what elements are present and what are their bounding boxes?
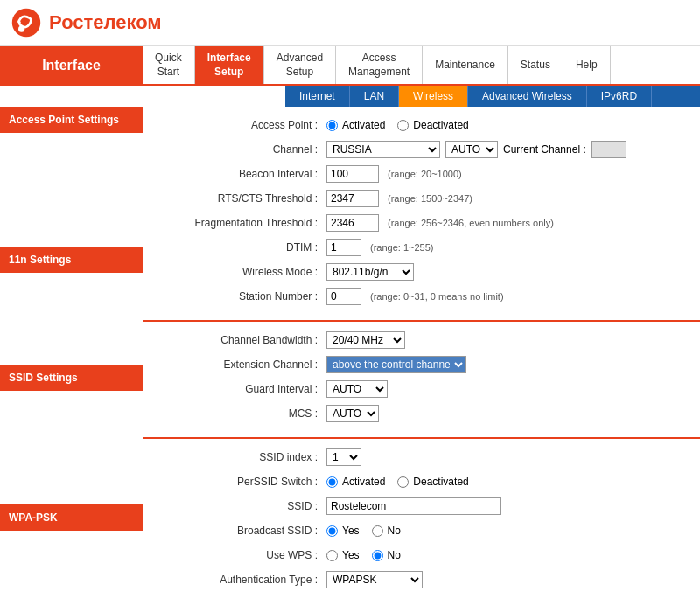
frag-input[interactable]	[326, 214, 379, 232]
deactivated-radio-label[interactable]: Deactivated	[397, 119, 468, 131]
rts-label: RTS/CTS Threshold :	[169, 192, 326, 205]
wireless-mode-select[interactable]: 802.11b/g/n	[326, 263, 414, 281]
current-channel-label: Current Channel :	[503, 143, 586, 156]
broadcast-no-radio[interactable]	[372, 525, 383, 537]
ext-channel-select[interactable]: above the control channel	[326, 356, 466, 373]
dtim-input[interactable]	[326, 239, 361, 256]
frag-hint: (range: 256~2346, even numbers only)	[388, 218, 554, 228]
broadcast-no-label[interactable]: No	[372, 525, 401, 537]
broadcast-ssid-row: Broadcast SSID : Yes No	[169, 521, 700, 540]
rts-control: (range: 1500~2347)	[326, 190, 472, 207]
ssid-index-label: SSID index :	[169, 451, 326, 463]
beacon-input[interactable]	[326, 165, 379, 183]
mcs-select[interactable]: AUTO	[326, 405, 379, 422]
perssid-label: PerSSID Switch :	[169, 476, 326, 488]
use-wps-row: Use WPS : Yes No	[169, 546, 700, 565]
ssid-section: SSID index : 1 PerSSID Switch : Activate…	[143, 439, 700, 598]
deactivated-radio[interactable]	[397, 120, 409, 131]
rts-row: RTS/CTS Threshold : (range: 1500~2347)	[169, 189, 700, 208]
ssid-control	[326, 497, 501, 515]
channel-bw-label: Channel Bandwidth :	[169, 334, 326, 346]
activated-radio[interactable]	[326, 120, 338, 131]
auth-type-select[interactable]: WPAPSK	[326, 571, 423, 588]
channel-bw-row: Channel Bandwidth : 20/40 MHz	[169, 330, 700, 350]
logo-text: Ростелеком	[49, 11, 162, 34]
nav-interface-setup[interactable]: InterfaceSetup	[195, 46, 264, 84]
svg-point-0	[12, 9, 40, 37]
access-point-section: Access Point : Activated Deactivated Cha…	[143, 107, 700, 320]
perssid-deactivated-radio[interactable]	[397, 476, 409, 488]
sub-nav-ipv6rd[interactable]: IPv6RD	[587, 86, 652, 107]
mcs-row: MCS : AUTO	[169, 404, 700, 423]
ext-channel-control: above the control channel	[326, 356, 466, 373]
frag-row: Fragmentation Threshold : (range: 256~23…	[169, 213, 700, 233]
beacon-row: Beacon Interval : (range: 20~1000)	[169, 164, 700, 184]
station-number-input[interactable]	[326, 288, 361, 305]
rts-input[interactable]	[326, 190, 379, 207]
use-wps-control: Yes No	[326, 549, 408, 561]
beacon-control: (range: 20~1000)	[326, 165, 462, 183]
main-content: Access Point Settings 11n Settings SSID …	[0, 107, 700, 598]
broadcast-yes-label[interactable]: Yes	[326, 525, 360, 537]
nav-help[interactable]: Help	[564, 46, 611, 84]
beacon-hint: (range: 20~1000)	[388, 169, 462, 179]
channel-select[interactable]: RUSSIA	[326, 141, 440, 158]
nav-access-management[interactable]: AccessManagement	[336, 46, 423, 84]
logo-icon	[10, 7, 42, 38]
nav-status[interactable]: Status	[508, 46, 564, 84]
channel-control: RUSSIA AUTO Current Channel :	[326, 141, 626, 158]
current-channel-box	[592, 141, 626, 158]
perssid-control: Activated Deactivated	[326, 476, 476, 488]
header: Ростелеком	[0, 0, 700, 46]
sub-nav-container: Internet LAN Wireless Advanced Wireless …	[0, 86, 700, 107]
ssid-input[interactable]	[326, 497, 501, 515]
dtim-row: DTIM : (range: 1~255)	[169, 238, 700, 257]
broadcast-yes-radio[interactable]	[326, 525, 338, 537]
station-number-label: Station Number :	[169, 290, 326, 302]
sidebar-11n-settings: 11n Settings	[0, 247, 143, 273]
nav-items: Quick Start InterfaceSetup AdvancedSetup…	[143, 46, 611, 84]
perssid-activated-radio[interactable]	[326, 476, 338, 488]
dtim-label: DTIM :	[169, 241, 326, 254]
auth-type-label: Authentication Type :	[169, 574, 326, 586]
broadcast-ssid-label: Broadcast SSID :	[169, 525, 326, 537]
ext-channel-label: Extension Channel :	[169, 358, 326, 371]
guard-interval-select[interactable]: AUTO	[326, 380, 388, 398]
perssid-deactivated-label[interactable]: Deactivated	[397, 476, 468, 488]
nav-advanced-setup[interactable]: AdvancedSetup	[264, 46, 336, 84]
nav-quick-start[interactable]: Quick Start	[143, 46, 195, 84]
sidebar-access-point: Access Point Settings	[0, 107, 143, 133]
dtim-control: (range: 1~255)	[326, 239, 433, 256]
sidebar: Access Point Settings 11n Settings SSID …	[0, 107, 143, 598]
activated-radio-label[interactable]: Activated	[326, 119, 385, 131]
station-number-hint: (range: 0~31, 0 means no limit)	[370, 291, 504, 302]
nav-maintenance[interactable]: Maintenance	[423, 46, 508, 84]
wps-no-radio[interactable]	[372, 550, 383, 561]
sub-nav-advanced-wireless[interactable]: Advanced Wireless	[468, 86, 587, 107]
channel-bw-select[interactable]: 20/40 MHz	[326, 331, 405, 349]
sub-nav-wireless[interactable]: Wireless	[399, 86, 468, 107]
sub-nav-lan[interactable]: LAN	[350, 86, 399, 107]
wireless-mode-row: Wireless Mode : 802.11b/g/n	[169, 262, 700, 282]
beacon-label: Beacon Interval :	[169, 168, 326, 180]
auth-type-control: WPAPSK	[326, 571, 423, 588]
auth-type-row: Authentication Type : WPAPSK	[169, 570, 700, 589]
channel-auto-select[interactable]: AUTO	[445, 141, 498, 158]
sidebar-nav-label: Interface	[0, 46, 143, 84]
access-point-label: Access Point :	[169, 119, 326, 131]
mcs-control: AUTO	[326, 405, 379, 422]
channel-bw-control: 20/40 MHz	[326, 331, 405, 349]
access-point-control: Activated Deactivated	[326, 119, 476, 131]
perssid-activated-label[interactable]: Activated	[326, 476, 385, 488]
guard-interval-label: Guard Interval :	[169, 383, 326, 395]
wps-yes-label[interactable]: Yes	[326, 549, 360, 561]
station-number-control: (range: 0~31, 0 means no limit)	[326, 288, 504, 305]
sub-nav-internet[interactable]: Internet	[285, 86, 350, 107]
wps-no-label[interactable]: No	[372, 549, 401, 561]
wps-yes-radio[interactable]	[326, 550, 338, 561]
guard-interval-control: AUTO	[326, 380, 388, 398]
frag-label: Fragmentation Threshold :	[169, 217, 326, 229]
ssid-index-select[interactable]: 1	[326, 448, 361, 466]
perssid-row: PerSSID Switch : Activated Deactivated	[169, 472, 700, 491]
mcs-label: MCS :	[169, 407, 326, 420]
